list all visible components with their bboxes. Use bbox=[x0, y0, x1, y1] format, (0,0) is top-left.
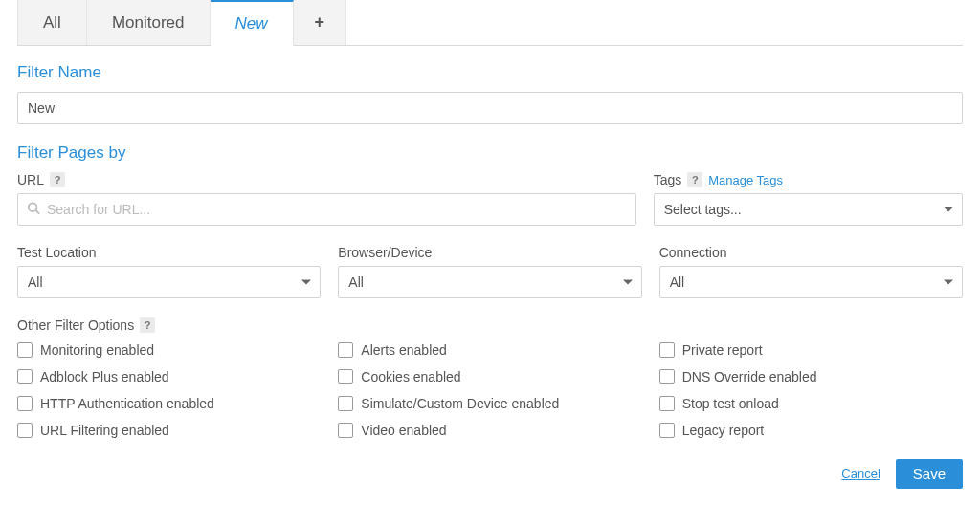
checkbox-simulate-device-enabled[interactable]: Simulate/Custom Device enabled bbox=[338, 396, 641, 411]
checkbox-icon bbox=[659, 396, 675, 411]
checkbox-monitoring-enabled[interactable]: Monitoring enabled bbox=[17, 342, 321, 358]
checkbox-http-auth-enabled[interactable]: HTTP Authentication enabled bbox=[17, 396, 321, 411]
checkbox-label: DNS Override enabled bbox=[682, 369, 817, 384]
manage-tags-link[interactable]: Manage Tags bbox=[708, 173, 783, 187]
checkbox-dns-override-enabled[interactable]: DNS Override enabled bbox=[659, 369, 963, 384]
checkbox-icon bbox=[659, 342, 675, 358]
checkbox-label: HTTP Authentication enabled bbox=[40, 396, 214, 411]
cancel-button[interactable]: Cancel bbox=[841, 467, 880, 481]
connection-label: Connection bbox=[659, 245, 963, 260]
checkbox-icon bbox=[338, 342, 353, 358]
checkbox-label: Legacy report bbox=[682, 423, 765, 438]
checkbox-label: URL Filtering enabled bbox=[40, 423, 169, 438]
tags-select[interactable]: Select tags... bbox=[654, 193, 963, 226]
help-icon[interactable]: ? bbox=[50, 172, 65, 187]
checkbox-grid: Monitoring enabled Alerts enabled Privat… bbox=[17, 342, 963, 438]
checkbox-icon bbox=[338, 423, 353, 438]
checkbox-label: Adblock Plus enabled bbox=[40, 369, 169, 384]
test-location-select[interactable]: All bbox=[17, 266, 321, 298]
browser-device-label: Browser/Device bbox=[338, 245, 641, 260]
checkbox-icon bbox=[17, 396, 33, 411]
checkbox-label: Cookies enabled bbox=[361, 369, 460, 384]
checkbox-icon bbox=[659, 369, 675, 384]
help-icon[interactable]: ? bbox=[140, 317, 155, 333]
section-other-filter-options: Other Filter Options bbox=[17, 317, 134, 333]
checkbox-alerts-enabled[interactable]: Alerts enabled bbox=[338, 342, 641, 358]
tab-new[interactable]: New bbox=[211, 0, 294, 46]
checkbox-label: Monitoring enabled bbox=[40, 342, 154, 358]
checkbox-url-filtering-enabled[interactable]: URL Filtering enabled bbox=[17, 423, 321, 438]
section-filter-name: Filter Name bbox=[17, 63, 963, 82]
connection-select[interactable]: All bbox=[659, 266, 963, 298]
save-button[interactable]: Save bbox=[896, 459, 963, 489]
checkbox-private-report[interactable]: Private report bbox=[659, 342, 963, 358]
section-filter-pages-by: Filter Pages by bbox=[17, 143, 963, 163]
checkbox-icon bbox=[338, 369, 353, 384]
checkbox-stop-test-onload[interactable]: Stop test onload bbox=[659, 396, 963, 411]
checkbox-label: Alerts enabled bbox=[361, 342, 447, 358]
checkbox-icon bbox=[17, 423, 33, 438]
checkbox-icon bbox=[659, 423, 675, 438]
checkbox-label: Video enabled bbox=[361, 423, 446, 438]
tab-bar: All Monitored New + bbox=[17, 0, 963, 46]
browser-device-select[interactable]: All bbox=[338, 266, 641, 298]
checkbox-label: Simulate/Custom Device enabled bbox=[361, 396, 559, 411]
tab-add[interactable]: + bbox=[294, 0, 347, 45]
tags-label: Tags bbox=[654, 172, 682, 187]
checkbox-label: Stop test onload bbox=[682, 396, 779, 411]
checkbox-adblock-plus-enabled[interactable]: Adblock Plus enabled bbox=[17, 369, 321, 384]
checkbox-video-enabled[interactable]: Video enabled bbox=[338, 423, 641, 438]
help-icon[interactable]: ? bbox=[687, 172, 702, 187]
checkbox-icon bbox=[338, 396, 353, 411]
tab-all[interactable]: All bbox=[17, 0, 87, 45]
checkbox-legacy-report[interactable]: Legacy report bbox=[659, 423, 963, 438]
url-label: URL bbox=[17, 172, 44, 187]
filter-name-input[interactable] bbox=[17, 92, 963, 124]
checkbox-icon bbox=[17, 369, 33, 384]
url-search-input[interactable] bbox=[17, 193, 636, 226]
checkbox-cookies-enabled[interactable]: Cookies enabled bbox=[338, 369, 641, 384]
tab-monitored[interactable]: Monitored bbox=[87, 0, 211, 45]
checkbox-label: Private report bbox=[682, 342, 763, 358]
test-location-label: Test Location bbox=[17, 245, 321, 260]
checkbox-icon bbox=[17, 342, 33, 358]
